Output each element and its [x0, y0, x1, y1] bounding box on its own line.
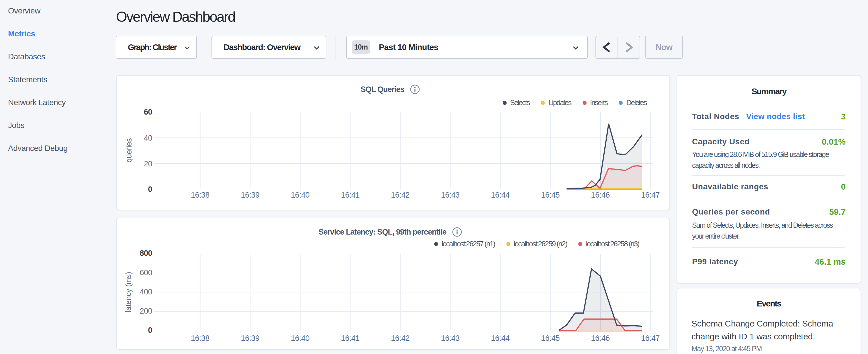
svg-text:16:41: 16:41	[341, 334, 360, 343]
svg-text:16:40: 16:40	[291, 334, 309, 343]
svg-text:16:44: 16:44	[491, 191, 510, 199]
svg-text:16:41: 16:41	[341, 191, 360, 199]
svg-text:latency (ms): latency (ms)	[124, 272, 133, 312]
svg-text:60: 60	[144, 108, 152, 116]
svg-text:16:42: 16:42	[391, 334, 409, 343]
svg-text:16:39: 16:39	[241, 334, 260, 343]
svg-text:800: 800	[140, 249, 152, 257]
svg-text:16:46: 16:46	[591, 191, 610, 199]
svg-text:16:45: 16:45	[541, 334, 560, 343]
svg-text:200: 200	[140, 307, 152, 315]
svg-text:0: 0	[148, 326, 152, 334]
svg-text:16:39: 16:39	[241, 191, 260, 199]
svg-text:16:40: 16:40	[291, 191, 309, 199]
svg-text:16:43: 16:43	[441, 334, 460, 343]
svg-text:400: 400	[140, 288, 152, 296]
svg-text:16:47: 16:47	[641, 191, 660, 199]
svg-text:16:47: 16:47	[641, 334, 660, 343]
svg-text:queries: queries	[125, 138, 133, 162]
svg-text:0: 0	[148, 185, 152, 194]
svg-text:16:42: 16:42	[391, 191, 409, 199]
svg-text:40: 40	[144, 134, 152, 142]
svg-text:16:46: 16:46	[591, 334, 610, 343]
svg-text:600: 600	[140, 268, 152, 277]
svg-text:16:38: 16:38	[191, 191, 210, 199]
svg-text:16:43: 16:43	[441, 191, 460, 199]
svg-text:16:44: 16:44	[491, 334, 510, 343]
svg-text:16:38: 16:38	[191, 334, 210, 343]
svg-text:16:45: 16:45	[541, 191, 560, 199]
svg-text:20: 20	[144, 160, 152, 168]
